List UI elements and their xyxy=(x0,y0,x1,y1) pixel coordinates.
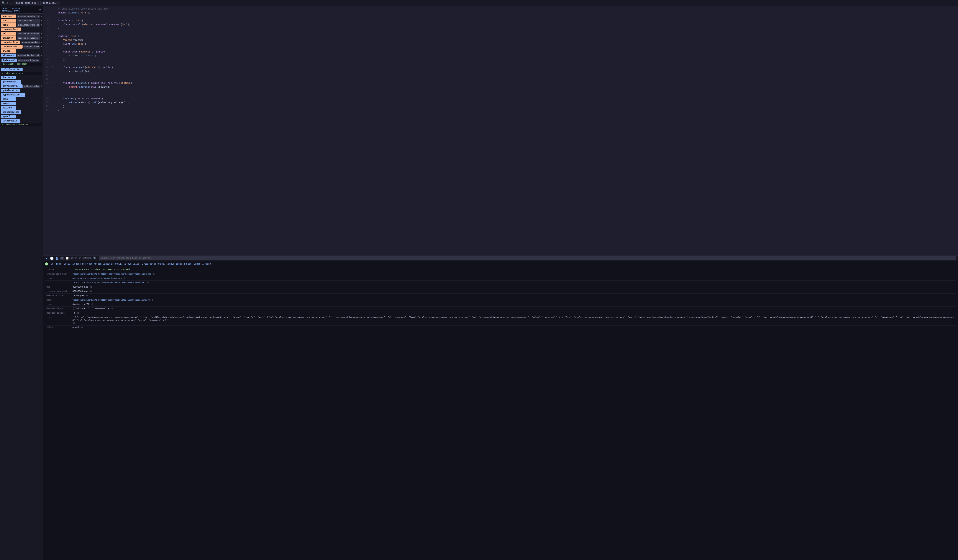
tx-row-input: input 0xa3b...bc200 ⧉ xyxy=(45,302,956,307)
terminal-listen-checkbox[interactable] xyxy=(66,257,68,260)
fn-btn-approve[interactable]: approve xyxy=(1,14,16,18)
tx-row-value: value 0 wei ⧉ xyxy=(45,325,956,330)
fn-input-getvalueofh[interactable] xyxy=(24,84,40,88)
copy-gas-icon[interactable]: ⧉ xyxy=(90,286,92,288)
fn-btn-spreaddivisor[interactable]: spreadDivisor xyxy=(1,110,21,114)
tx-value-status: true Transaction mined and execution suc… xyxy=(71,268,956,272)
code-line-20: 20 * function balance() public view retu… xyxy=(43,81,958,85)
fn-btn-hyperinflatep[interactable]: hyperInflateP... xyxy=(1,93,25,97)
chevron-transferown[interactable]: ▼ xyxy=(41,46,42,48)
chevron-lock[interactable]: ▼ xyxy=(41,19,42,22)
chevron-approve[interactable]: ▼ xyxy=(41,15,42,17)
fn-btn-transfer[interactable]: transfer xyxy=(1,36,16,40)
tx-row-decoded-output: decoded output {} ⧉ xyxy=(45,311,956,315)
tx-value-hash2: 0x3a80c124e31604b2b734058319053a970f9b82… xyxy=(71,298,956,302)
code-line-26: 26 } xyxy=(43,105,958,108)
terminal-arrow-down-btn[interactable]: ▼ xyxy=(45,257,48,260)
fn-input-transfer[interactable] xyxy=(17,36,40,40)
fn-btn-sellfee[interactable]: sellFee xyxy=(1,106,16,110)
fn-btn-totalsupply[interactable]: totalSupply xyxy=(1,119,21,123)
fn-btn-mint[interactable]: mint xyxy=(1,23,16,27)
copy-txhash-icon[interactable]: ⧉ xyxy=(153,273,154,275)
left-panel-content: approve ▼ lock ▼ mint ▼ renounceOw... xyxy=(0,14,43,560)
tab-close-icon[interactable]: ✕ xyxy=(57,2,58,4)
fn-input-lock[interactable] xyxy=(17,19,40,22)
fn-row-renounce: renounceOw... xyxy=(1,27,42,31)
tx-label-txcost: transaction cost xyxy=(45,289,71,293)
fn-result-totalsupply: 0: uint256: 1209549307 xyxy=(1,124,42,127)
menu-icon[interactable]: ☰ xyxy=(10,1,12,5)
copy-hash2-icon[interactable]: ⧉ xyxy=(152,299,153,301)
chevron-transferfrom[interactable]: ▼ xyxy=(41,41,42,44)
copy-input-icon[interactable]: ⧉ xyxy=(92,303,93,306)
tx-label-input: input xyxy=(45,302,71,307)
tab-surgetoken-label: SurgeToken.sol xyxy=(16,2,36,4)
tx-label-status: status xyxy=(45,268,71,272)
copy-value-icon[interactable]: ⧉ xyxy=(81,327,82,329)
fn-btn-symbol[interactable]: symbol xyxy=(1,115,16,118)
fn-row-spreaddivisor: spreadDivisor xyxy=(1,110,42,114)
fn-btn-renounce[interactable]: renounceOw... xyxy=(1,27,21,31)
tab-surgetoken[interactable]: SurgeToken.sol xyxy=(14,1,39,5)
fn-btn-decimals[interactable]: decimals xyxy=(1,76,16,79)
fn-btn-name[interactable]: name xyxy=(1,97,16,101)
fn-btn-getbnbquan[interactable]: getBNBQuan... xyxy=(1,80,21,84)
tx-value-execcost: 71100 gas ⧉ xyxy=(71,293,956,298)
fn-row-balanceof-wrapper: balanceOf ▼ 0: uint256: 209549307 xyxy=(1,58,42,67)
chevron-mint[interactable]: ▼ xyxy=(41,24,42,26)
copy-decoded-output-icon[interactable]: ⧉ xyxy=(77,312,79,314)
code-line-27: 27 } xyxy=(43,108,958,113)
fn-btn-unlock[interactable]: unlock xyxy=(1,49,16,53)
fn-btn-sell[interactable]: sell xyxy=(1,32,16,36)
copy-from-icon[interactable]: ⧉ xyxy=(124,277,125,279)
settings-icon[interactable]: ⚙ xyxy=(6,1,8,5)
copy-execcost-icon[interactable]: ⧉ xyxy=(86,295,88,297)
copy-to-icon[interactable]: ⧉ xyxy=(147,281,149,284)
code-content: 1 // SPDX-License-Identifier: GPL-3.0 2 … xyxy=(43,6,958,113)
fn-input-sell[interactable] xyxy=(17,32,40,36)
chevron-transfer[interactable]: ▼ xyxy=(41,37,42,39)
chevron-balanceof[interactable]: ▼ xyxy=(40,59,42,62)
chevron-getvalueofh[interactable]: ▼ xyxy=(41,85,42,87)
fn-btn-transferown[interactable]: transferOwn... xyxy=(1,45,22,49)
fn-row-mint: mint ▼ xyxy=(1,23,42,27)
copy-decoded-input-icon[interactable]: ⧉ xyxy=(111,308,113,310)
chevron-sell[interactable]: ▼ xyxy=(41,33,42,35)
fn-input-approve[interactable] xyxy=(17,15,40,18)
fn-input-allowance[interactable] xyxy=(17,54,40,57)
terminal-trash-btn[interactable]: 🗑 xyxy=(56,257,59,260)
fn-result-calculateprice: 0: uint256: 826754 xyxy=(1,72,42,75)
terminal-search-input[interactable] xyxy=(99,256,956,260)
fn-input-transferown[interactable] xyxy=(24,45,40,49)
fn-btn-getvalueofh[interactable]: getValueOfH... xyxy=(1,84,22,88)
search-icon[interactable]: 🔍 xyxy=(2,1,5,5)
fn-btn-allowance[interactable]: allowance xyxy=(1,54,16,57)
left-panel-menu-icon[interactable]: ☰ xyxy=(39,8,41,11)
terminal-clock-btn[interactable]: 🕐 xyxy=(50,257,54,260)
tx-value-value: 0 wei ⧉ xyxy=(71,325,956,330)
fn-result-balanceof: 0: uint256: 209549307 xyxy=(2,63,42,66)
tx-value-decoded-output: {} ⧉ xyxy=(71,311,956,315)
left-panel-title: DEPLOY & RUN TRANSACTIONS xyxy=(2,7,39,12)
fn-btn-transferfrom[interactable]: transferFrom xyxy=(1,41,20,44)
copy-logs-icon[interactable]: ⧉ xyxy=(73,322,75,324)
chevron-allowance[interactable]: ▼ xyxy=(41,54,42,57)
fn-btn-geunlocktime[interactable]: geUnlockTime xyxy=(1,89,21,92)
fn-input-balanceof[interactable] xyxy=(17,59,40,62)
code-line-12: 12 * constructor(address v) public { xyxy=(43,50,958,54)
fn-btn-owner[interactable]: owner xyxy=(1,102,16,105)
code-line-16: 16 * function Attack(uint256 n) public { xyxy=(43,65,958,70)
fn-row-transferfrom: transferFrom ▼ xyxy=(1,41,42,44)
copy-txcost-icon[interactable]: ⧉ xyxy=(90,290,92,293)
fn-input-transferfrom[interactable] xyxy=(21,41,40,44)
tx-value-input: 0xa3b...bc200 ⧉ xyxy=(71,302,956,307)
terminal-badge: 0 xyxy=(60,257,64,260)
tx-label-value: value xyxy=(45,325,71,330)
fn-input-mint[interactable] xyxy=(17,24,40,27)
tx-row-logs: logs [ { "from": "0x8f80516c66AE0AD75532… xyxy=(45,315,956,325)
fn-btn-balanceof[interactable]: balanceOf xyxy=(2,59,17,62)
tab-test1[interactable]: test1.sol ✕ xyxy=(40,1,60,5)
fn-btn-lock[interactable]: lock xyxy=(1,19,16,22)
tx-label-decoded-output: decoded output xyxy=(45,311,71,315)
fn-btn-calculateprice[interactable]: calculatePrice xyxy=(1,68,22,71)
